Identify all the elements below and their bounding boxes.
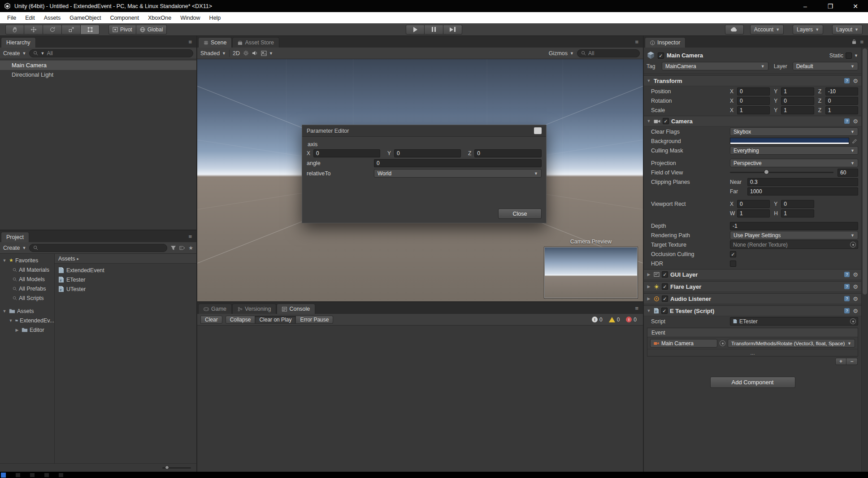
- help-icon[interactable]: ?: [844, 308, 850, 313]
- tree-all-materials[interactable]: All Materials: [0, 265, 54, 274]
- tree-assets-root[interactable]: ▼ Assets: [0, 306, 54, 316]
- audio-listener-enabled-checkbox[interactable]: [662, 295, 668, 302]
- settings-gear-icon[interactable]: ⚙: [853, 271, 858, 278]
- help-icon[interactable]: ?: [844, 78, 850, 83]
- position-y-field[interactable]: 1: [781, 87, 814, 96]
- tree-favorites[interactable]: ▼ ★ Favorites: [0, 256, 54, 265]
- menu-edit[interactable]: Edit: [21, 12, 39, 23]
- camera-component-header[interactable]: ▼ Camera ? ⚙: [644, 116, 861, 126]
- etester-component-header[interactable]: ▼ # E Tester (Script) ? ⚙: [644, 305, 861, 316]
- clipping-near-field[interactable]: 0.3: [747, 178, 858, 186]
- menu-help[interactable]: Help: [205, 12, 226, 23]
- console-clear-on-play-toggle[interactable]: Clear on Play: [255, 316, 296, 324]
- step-button[interactable]: [443, 25, 462, 35]
- rotation-x-field[interactable]: 0: [737, 97, 770, 105]
- fov-slider[interactable]: [730, 172, 833, 173]
- play-button[interactable]: [406, 25, 425, 35]
- maximize-button[interactable]: ❐: [818, 0, 843, 12]
- taskbar-item-icon[interactable]: [44, 473, 49, 477]
- panel-menu-icon[interactable]: ≡: [188, 233, 192, 240]
- rotation-y-field[interactable]: 0: [781, 97, 814, 105]
- layout-dropdown[interactable]: Layout▼: [832, 25, 863, 35]
- 2d-toggle-button[interactable]: 2D: [233, 50, 240, 56]
- hierarchy-item-directional-light[interactable]: Directional Light: [0, 70, 196, 79]
- cloud-services-button[interactable]: [725, 25, 744, 35]
- tab-game[interactable]: Game: [198, 304, 232, 314]
- background-color-field[interactable]: [730, 138, 849, 144]
- pause-button[interactable]: [425, 25, 443, 35]
- settings-gear-icon[interactable]: ⚙: [853, 295, 858, 302]
- menu-component[interactable]: Component: [105, 12, 143, 23]
- camera-enabled-checkbox[interactable]: [663, 118, 669, 124]
- help-icon[interactable]: ?: [844, 118, 850, 124]
- eyedropper-icon[interactable]: [851, 138, 858, 145]
- settings-gear-icon[interactable]: ⚙: [853, 118, 858, 125]
- scrollbar-thumb[interactable]: [863, 48, 867, 295]
- tab-asset-store[interactable]: Asset Store: [232, 37, 279, 48]
- clipping-far-field[interactable]: 1000: [747, 187, 858, 196]
- console-log-list[interactable]: [197, 326, 643, 472]
- etester-enabled-checkbox[interactable]: [661, 308, 668, 314]
- clear-flags-dropdown[interactable]: Skybox▼: [730, 127, 858, 136]
- taskbar-app-icon[interactable]: [1, 473, 6, 478]
- favorite-search-icon[interactable]: ★: [188, 245, 193, 251]
- hand-tool-button[interactable]: [5, 25, 24, 35]
- hierarchy-search-input[interactable]: ▼ All: [29, 49, 193, 57]
- menu-assets[interactable]: Assets: [39, 12, 65, 23]
- menu-window[interactable]: Window: [176, 12, 204, 23]
- console-clear-button[interactable]: Clear: [200, 316, 222, 324]
- gui-layer-enabled-checkbox[interactable]: [662, 271, 668, 278]
- tab-project[interactable]: Project: [1, 232, 29, 242]
- object-picker-icon[interactable]: [850, 242, 856, 248]
- slider-handle[interactable]: [165, 465, 169, 469]
- static-checkbox[interactable]: [846, 52, 852, 59]
- dialog-close-action-button[interactable]: Close: [498, 209, 542, 219]
- scene-lighting-toggle[interactable]: [243, 50, 249, 56]
- rendering-path-dropdown[interactable]: Use Player Settings▼: [730, 231, 858, 239]
- dialog-titlebar[interactable]: Parameter Editor: [302, 125, 546, 137]
- angle-field[interactable]: 0: [374, 159, 542, 167]
- taskbar-item-icon[interactable]: [16, 473, 20, 477]
- occlusion-culling-checkbox[interactable]: [730, 251, 736, 257]
- viewport-w-field[interactable]: 1: [737, 209, 770, 217]
- minimize-button[interactable]: –: [793, 0, 818, 12]
- scale-x-field[interactable]: 1: [737, 106, 770, 114]
- foldout-icon[interactable]: ▶: [646, 284, 651, 289]
- tree-all-models[interactable]: All Models: [0, 274, 54, 284]
- hdr-checkbox[interactable]: [730, 261, 736, 267]
- flare-layer-component-header[interactable]: ▶ Flare Layer ? ⚙: [644, 281, 861, 292]
- menu-file[interactable]: File: [3, 12, 21, 23]
- foldout-icon[interactable]: ▼: [8, 318, 13, 323]
- foldout-icon[interactable]: ▶: [646, 272, 651, 277]
- warning-count-toggle[interactable]: 0: [606, 317, 623, 323]
- fov-slider-handle[interactable]: [764, 169, 769, 174]
- scene-audio-toggle[interactable]: [252, 50, 258, 56]
- close-button[interactable]: ✕: [843, 0, 868, 12]
- gui-layer-component-header[interactable]: ▶ GUI Layer ? ⚙: [644, 269, 861, 280]
- panel-menu-icon[interactable]: ≡: [860, 39, 864, 45]
- search-by-label-icon[interactable]: [179, 245, 185, 251]
- target-texture-object-field[interactable]: None (Render Texture): [730, 240, 858, 249]
- scale-z-field[interactable]: 1: [825, 106, 858, 114]
- icon-size-slider[interactable]: [162, 467, 191, 469]
- panel-menu-icon[interactable]: ≡: [635, 39, 638, 45]
- relativeto-dropdown[interactable]: World ▼: [374, 169, 542, 178]
- scene-search-input[interactable]: All: [577, 49, 640, 57]
- rotate-tool-button[interactable]: [43, 25, 62, 35]
- global-toggle-button[interactable]: Global: [136, 25, 167, 35]
- tab-inspector[interactable]: Inspector: [645, 37, 686, 48]
- viewport-h-field[interactable]: 1: [781, 209, 814, 217]
- settings-gear-icon[interactable]: ⚙: [853, 283, 858, 290]
- culling-mask-dropdown[interactable]: Everything▼: [730, 146, 858, 155]
- tab-console[interactable]: Console: [277, 304, 315, 314]
- inspector-scrollbar[interactable]: [861, 48, 868, 472]
- position-z-field[interactable]: -10: [825, 87, 858, 96]
- project-create-dropdown[interactable]: Create▼: [3, 245, 26, 251]
- menu-gameobject[interactable]: GameObject: [65, 12, 105, 23]
- event-list-more[interactable]: ...: [647, 349, 858, 356]
- move-tool-button[interactable]: [24, 25, 43, 35]
- rect-tool-button[interactable]: [81, 25, 100, 35]
- search-by-type-icon[interactable]: [170, 245, 176, 251]
- foldout-icon[interactable]: ▼: [2, 309, 7, 313]
- hierarchy-item-main-camera[interactable]: Main Camera: [0, 61, 196, 70]
